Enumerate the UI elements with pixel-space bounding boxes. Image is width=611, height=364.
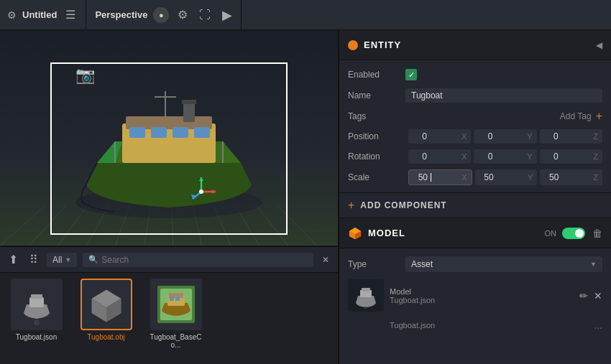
edit-model-button[interactable]: ✏	[579, 290, 588, 302]
rotation-xyz: 0 X 0 Y 0 Z	[408, 149, 602, 164]
scale-x-axis: X	[461, 173, 467, 182]
list-item[interactable]: Tugboat.obj	[75, 279, 137, 341]
add-component-row[interactable]: + ADD COMPONENT	[339, 192, 611, 218]
name-input[interactable]: Tugboat	[405, 88, 602, 103]
tab-list-button[interactable]: ☰	[63, 6, 78, 23]
category-dropdown[interactable]: All ▼	[47, 253, 77, 267]
svg-rect-6	[194, 127, 210, 138]
position-x-value: 0	[413, 131, 427, 141]
model-more-options-button[interactable]: ...	[594, 319, 602, 331]
model-trash-button[interactable]: 🗑	[592, 228, 602, 239]
rotation-y-field[interactable]: 0 Y	[474, 149, 536, 164]
scale-xyz: 50 X 50 Y 50 Z	[408, 169, 602, 185]
asset-thumbnail-image	[150, 279, 202, 330]
svg-rect-22	[31, 294, 42, 299]
enabled-checkbox[interactable]: ✓	[405, 69, 417, 80]
texture-thumb-icon	[155, 283, 198, 326]
add-component-icon: +	[348, 199, 354, 212]
model-section-header[interactable]: MODEL ON 🗑	[339, 218, 611, 248]
entity-section-header[interactable]: ENTITY ◀	[339, 30, 611, 60]
search-box: 🔍	[83, 253, 313, 267]
rotation-z-axis: Z	[593, 152, 598, 161]
left-panel: 📷	[0, 30, 338, 364]
search-input[interactable]	[101, 255, 308, 265]
position-z-axis: Z	[593, 132, 598, 141]
type-value: Asset	[411, 259, 433, 269]
position-y-field[interactable]: 0 Y	[474, 129, 536, 144]
rotation-x-value: 0	[413, 151, 427, 162]
scale-z-value: 50	[544, 172, 559, 182]
asset-thumbnail-selected	[81, 279, 132, 330]
perspective-circle-button[interactable]: ●	[153, 7, 169, 23]
position-row: Position 0 X 0 Y 0 Z	[339, 126, 611, 146]
model-ship-icon	[352, 283, 380, 309]
position-x-field[interactable]: 0 X	[408, 129, 471, 144]
entity-fields: Enabled ✓ Name Tugboat Tags Add Tag +	[339, 60, 611, 192]
close-search-button[interactable]: ✕	[319, 253, 332, 266]
scale-label: Scale	[348, 172, 405, 182]
entity-title: ENTITY	[364, 39, 596, 50]
scale-x-field[interactable]: 50 X	[408, 169, 472, 185]
perspective-label: Perspective	[95, 9, 147, 20]
settings-button[interactable]: ⚙	[175, 6, 190, 23]
gear-icon: ⚙	[7, 9, 17, 21]
asset-thumbnail	[11, 279, 63, 330]
svg-rect-7	[183, 102, 195, 122]
model-toggle[interactable]	[562, 228, 585, 239]
svg-point-23	[34, 319, 40, 325]
add-tag-button[interactable]: +	[596, 110, 602, 123]
model-asset-row: Model Tugboat.json ✏ ✕	[339, 276, 611, 315]
add-component-label: ADD COMPONENT	[360, 200, 446, 210]
scale-z-field[interactable]: 50 Z	[540, 169, 602, 185]
asset-items: Tugboat.json Tugboat.obj	[0, 273, 338, 364]
model-fields: Type Asset ▼ Model	[339, 248, 611, 340]
grid-view-button[interactable]: ⠿	[27, 251, 41, 268]
svg-rect-41	[362, 288, 370, 291]
position-y-axis: Y	[527, 132, 532, 141]
tags-field-row: Tags Add Tag +	[339, 106, 611, 126]
top-bar: ⚙ Untitled ☰ Perspective ● ⚙ ⛶ ▶	[0, 0, 611, 30]
position-y-value: 0	[478, 131, 492, 141]
position-xyz: 0 X 0 Y 0 Z	[408, 129, 602, 144]
asset-item-name-selected: Tugboat.obj	[87, 333, 124, 341]
tab-title: Untitled	[22, 9, 57, 20]
upload-button[interactable]: ⬆	[6, 251, 21, 268]
model-asset-info: Model Tugboat.json	[390, 287, 574, 304]
model-asset-label: Model	[390, 287, 574, 296]
category-chevron-icon: ▼	[65, 256, 71, 263]
list-item[interactable]: Tugboat_BaseCo...	[145, 279, 206, 349]
model-cube-icon	[348, 226, 362, 241]
name-label: Name	[348, 90, 405, 101]
svg-point-16	[199, 190, 203, 194]
expand-button[interactable]: ⛶	[196, 7, 213, 23]
scale-y-field[interactable]: 50 Y	[475, 169, 538, 185]
type-select[interactable]: Asset ▼	[405, 256, 602, 272]
model-asset-filename: Tugboat.json	[390, 296, 574, 304]
svg-rect-34	[170, 297, 174, 301]
enabled-field-row: Enabled ✓	[339, 65, 611, 85]
viewport[interactable]: 📷	[0, 30, 338, 246]
scale-row: Scale 50 X 50 Y 50 Z	[339, 167, 611, 188]
enabled-label: Enabled	[348, 70, 405, 80]
perspective-area: Perspective ● ⚙ ⛶ ▶	[86, 0, 242, 29]
svg-rect-8	[182, 100, 196, 104]
position-z-field[interactable]: 0 Z	[540, 129, 602, 144]
tab-area: ⚙ Untitled ☰	[0, 0, 86, 29]
search-icon: 🔍	[88, 255, 98, 264]
rotation-x-field[interactable]: 0 X	[408, 149, 471, 164]
tags-area: Add Tag +	[405, 110, 602, 123]
ship-thumb-icon	[15, 283, 58, 326]
svg-rect-21	[29, 297, 44, 307]
scale-y-axis: Y	[528, 173, 533, 182]
model-on-label: ON	[545, 229, 557, 238]
delete-model-button[interactable]: ✕	[594, 290, 602, 302]
scale-y-value: 50	[479, 172, 494, 182]
rotation-row: Rotation 0 X 0 Y 0 Z	[339, 146, 611, 167]
right-panel: ENTITY ◀ Enabled ✓ Name Tugboat Tags	[338, 30, 611, 364]
list-item[interactable]: Tugboat.json	[6, 279, 67, 341]
add-tag-label: Add Tag	[560, 111, 592, 121]
rotation-z-field[interactable]: 0 Z	[540, 149, 602, 164]
position-x-axis: X	[461, 132, 467, 141]
main-content: 📷	[0, 30, 611, 364]
play-button[interactable]: ▶	[222, 7, 232, 23]
